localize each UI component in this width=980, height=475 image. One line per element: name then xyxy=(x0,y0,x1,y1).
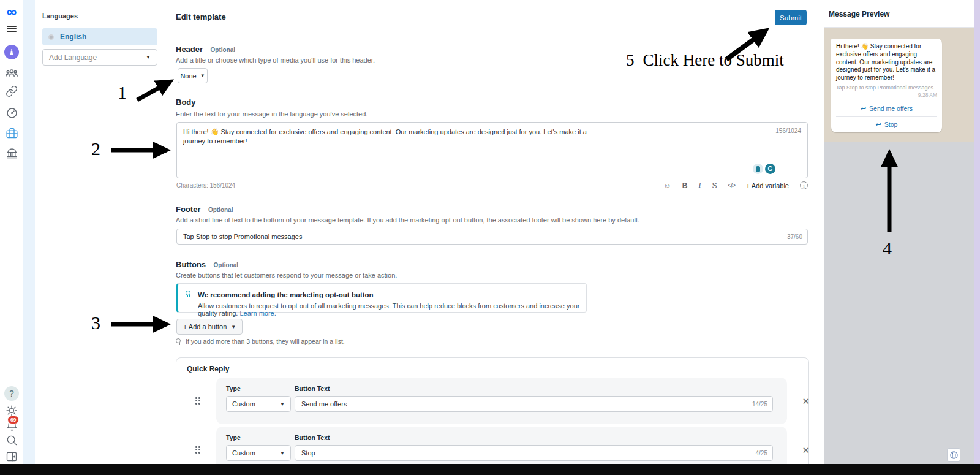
preview-quick-reply-button[interactable]: ↩ Send me offers xyxy=(836,101,937,116)
button-text-label: Button Text xyxy=(295,385,330,392)
strikethrough-button[interactable]: S xyxy=(712,181,717,190)
drag-handle-icon[interactable] xyxy=(195,397,201,405)
preview-quick-reply-button[interactable]: ↩ Stop xyxy=(836,116,937,132)
language-item-english[interactable]: English xyxy=(42,28,157,45)
grammarly-suggestion-icon[interactable] xyxy=(753,164,763,174)
language-label: English xyxy=(60,32,86,41)
info-icon[interactable]: i xyxy=(800,181,808,189)
header-type-dropdown[interactable]: None ▼ xyxy=(178,68,208,83)
search-icon[interactable] xyxy=(0,434,23,446)
button-text-container: 4/25 xyxy=(295,445,773,461)
button-text-label: Button Text xyxy=(295,434,330,441)
secondary-nav-strip xyxy=(23,0,35,464)
settings-gear-icon[interactable] xyxy=(0,405,23,417)
reply-arrow-icon: ↩ xyxy=(876,121,881,129)
body-inline-counter: 156/1024 xyxy=(775,127,801,134)
grammarly-icon[interactable]: G xyxy=(765,164,775,174)
chevron-down-icon: ▼ xyxy=(200,73,205,78)
add-variable-button[interactable]: + Add variable xyxy=(746,182,789,189)
footer-optional-badge: Optional xyxy=(208,207,233,213)
header-type-value: None xyxy=(180,72,196,80)
recommendation-title: We recommend adding the marketing opt-ou… xyxy=(198,291,374,298)
quick-reply-row: Type Custom ▼ Button Text 14/25 ✕ xyxy=(216,378,787,424)
meta-logo-icon[interactable]: ∞ xyxy=(0,5,23,19)
app-switcher-icon[interactable] xyxy=(0,45,23,59)
button-text-counter: 14/25 xyxy=(752,401,767,408)
header-optional-badge: Optional xyxy=(211,47,236,53)
remove-button-icon[interactable]: ✕ xyxy=(802,445,810,456)
add-a-button-label: + Add a button xyxy=(183,323,227,330)
footer-text-input[interactable] xyxy=(177,229,807,244)
help-icon[interactable]: ? xyxy=(0,386,23,401)
notifications-bell-icon[interactable]: 69 xyxy=(0,419,23,432)
learn-more-link[interactable]: Learn more. xyxy=(239,310,276,317)
left-nav-rail: ∞ ? 69 xyxy=(0,0,23,464)
quick-reply-card: Quick Reply Type Custom ▼ Button Text 14… xyxy=(176,357,809,475)
message-preview-title: Message Preview xyxy=(824,0,974,28)
header-divider xyxy=(176,28,809,28)
briefcase-icon[interactable] xyxy=(0,127,23,140)
message-preview-panel: Message Preview Hi there! 👋 Stay connect… xyxy=(824,0,974,464)
buttons-section-description: Create buttons that let customers respon… xyxy=(176,272,397,279)
language-status-dot xyxy=(48,34,54,40)
chevron-down-icon: ▼ xyxy=(280,401,285,407)
italic-button[interactable]: I xyxy=(698,181,701,190)
add-a-button-dropdown[interactable]: + Add a button ▼ xyxy=(176,319,243,335)
button-type-dropdown[interactable]: Custom ▼ xyxy=(226,396,291,412)
button-text-input[interactable] xyxy=(295,397,772,411)
edit-template-card: Edit template Submit Header Optional Add… xyxy=(166,0,819,464)
remove-button-icon[interactable]: ✕ xyxy=(802,396,810,407)
add-language-dropdown[interactable]: Add Language ▼ xyxy=(42,49,157,66)
code-button[interactable]: </> xyxy=(728,182,735,189)
body-section-title: Body xyxy=(176,97,196,107)
recommendation-banner: We recommend adding the marketing opt-ou… xyxy=(176,283,587,313)
chat-wallpaper: Hi there! 👋 Stay connected for exclusive… xyxy=(824,28,974,142)
header-section-description: Add a title or choose which type of medi… xyxy=(176,56,375,64)
type-label: Type xyxy=(226,434,241,441)
message-bubble: Hi there! 👋 Stay connected for exclusive… xyxy=(831,39,942,132)
lightbulb-icon xyxy=(176,338,182,345)
footer-section-title: Footer xyxy=(176,205,200,214)
button-text-input[interactable] xyxy=(295,446,772,460)
collapse-panel-icon[interactable] xyxy=(0,450,23,463)
languages-panel-title: Languages xyxy=(42,12,157,20)
bubble-timestamp: 9:28 AM xyxy=(836,92,937,98)
globe-extension-icon[interactable] xyxy=(947,448,960,462)
chevron-down-icon: ▼ xyxy=(231,324,236,330)
add-language-placeholder: Add Language xyxy=(49,53,97,62)
performance-gauge-icon[interactable] xyxy=(0,107,23,120)
bottom-taskbar xyxy=(0,464,980,475)
lightbulb-icon xyxy=(186,291,192,297)
type-label: Type xyxy=(226,385,241,392)
link-icon[interactable] xyxy=(0,85,23,97)
body-textarea[interactable]: Hi there! 👋 Stay connected for exclusive… xyxy=(176,122,808,178)
submit-button[interactable]: Submit xyxy=(775,10,807,25)
people-icon[interactable] xyxy=(0,67,23,80)
footer-input-container: 37/60 xyxy=(176,229,808,245)
bubble-footer-text: Tap Stop to stop Promotional messages xyxy=(836,85,937,91)
buttons-list-hint: If you add more than 3 buttons, they wil… xyxy=(176,338,345,345)
characters-counter: Characters: 156/1024 xyxy=(176,182,235,189)
body-section-description: Enter the text for your message in the l… xyxy=(176,110,368,118)
buttons-optional-badge: Optional xyxy=(214,262,239,268)
menu-icon[interactable] xyxy=(0,25,23,33)
page-title: Edit template xyxy=(176,12,226,21)
drag-handle-icon[interactable] xyxy=(195,446,201,454)
bubble-body-text: Hi there! 👋 Stay connected for exclusive… xyxy=(836,43,937,82)
chevron-down-icon: ▼ xyxy=(280,450,285,456)
notification-count-badge: 69 xyxy=(7,416,19,424)
languages-panel: Languages English Add Language ▼ xyxy=(35,0,165,464)
bold-button[interactable]: B xyxy=(682,181,688,190)
chevron-down-icon: ▼ xyxy=(146,55,151,60)
emoji-icon[interactable]: ☺ xyxy=(664,181,671,190)
button-text-counter: 4/25 xyxy=(756,450,767,457)
button-text-container: 14/25 xyxy=(295,396,773,412)
reply-arrow-icon: ↩ xyxy=(861,105,866,113)
button-type-dropdown[interactable]: Custom ▼ xyxy=(226,445,291,461)
header-section-title: Header xyxy=(176,45,203,54)
rail-divider xyxy=(5,381,18,381)
scrollbar-track[interactable] xyxy=(974,0,980,464)
quick-reply-title: Quick Reply xyxy=(187,365,229,373)
commerce-bank-icon[interactable] xyxy=(0,147,23,160)
footer-counter: 37/60 xyxy=(787,234,802,240)
